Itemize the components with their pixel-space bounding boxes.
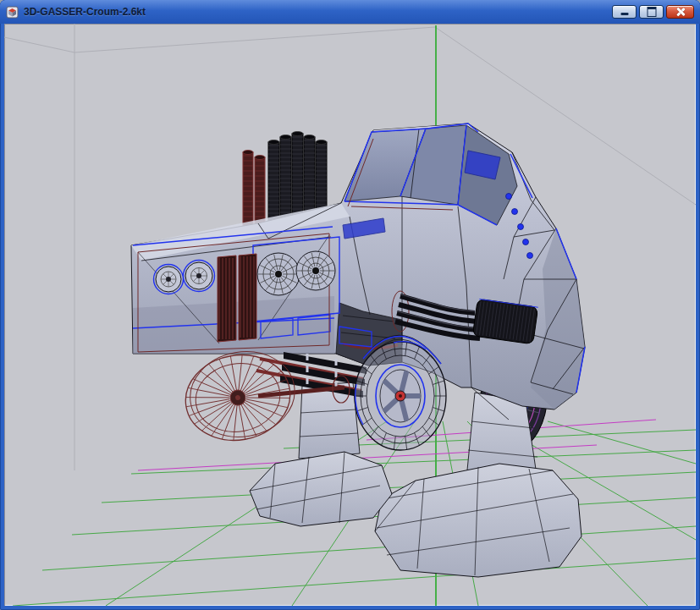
close-icon xyxy=(675,7,686,17)
headlight-small-1 xyxy=(154,265,184,294)
maximize-icon xyxy=(647,7,656,17)
front-wheel xyxy=(355,342,446,450)
close-button[interactable] xyxy=(666,5,694,19)
minimize-icon xyxy=(620,13,628,15)
scene-svg xyxy=(4,24,696,606)
headlight-large-2 xyxy=(296,251,335,290)
app-icon xyxy=(6,6,19,19)
app-window: 3D-GASSER-Croum-2.6kt xyxy=(0,0,700,610)
collector xyxy=(472,299,537,344)
maximize-button[interactable] xyxy=(639,5,664,19)
headlight-small-2 xyxy=(184,261,215,292)
title-bar[interactable]: 3D-GASSER-Croum-2.6kt xyxy=(0,0,700,24)
window-controls xyxy=(612,5,694,19)
viewport-3d[interactable] xyxy=(4,24,696,606)
minimize-button[interactable] xyxy=(612,5,637,19)
car-model[interactable] xyxy=(131,124,585,577)
wire-wheel xyxy=(179,343,302,448)
window-title: 3D-GASSER-Croum-2.6kt xyxy=(24,6,612,18)
headlight-large-1 xyxy=(257,253,300,295)
